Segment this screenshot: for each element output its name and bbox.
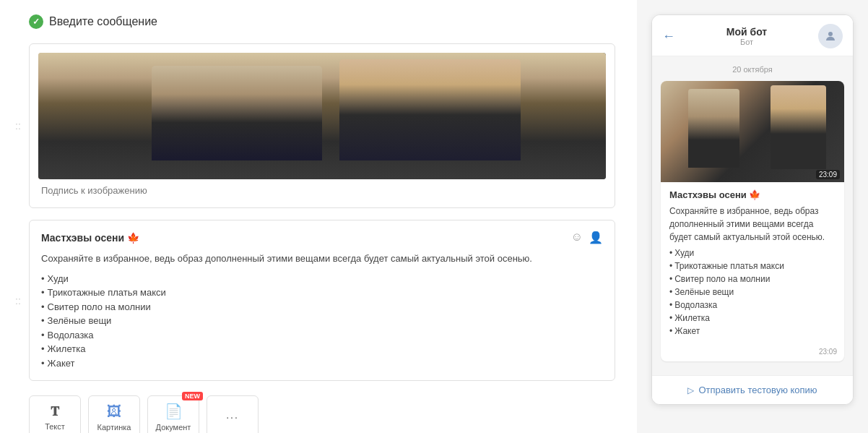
phone-bot-name: Мой бот [681, 26, 812, 38]
phone-mockup: ← Мой бот Бот 20 октября 23:09 [651, 14, 854, 405]
bubble-list-item: Водолазка [669, 299, 836, 312]
bubble-text: Мастхэвы осени 🍁 Сохраняйте в избранное,… [661, 182, 844, 345]
text-block-actions: ☺ 👤 [571, 231, 603, 244]
image-preview [38, 53, 606, 179]
phone-bot-sub: Бот [681, 38, 812, 46]
bubble-footer: 23:09 [661, 345, 844, 361]
text-icon: 𝐓 [51, 404, 59, 419]
content-toolbar: 𝐓 Текст 🖼 Картинка NEW 📄 Документ ··· [29, 395, 615, 433]
text-button-label: Текст [45, 422, 65, 431]
more-icon: ··· [226, 411, 239, 423]
bubble-list-item: Зелёные вещи [669, 286, 836, 299]
add-image-button[interactable]: 🖼 Картинка [88, 395, 140, 433]
text-block-title: Мастхэвы осени 🍁 [41, 232, 139, 244]
list-item: Жилетка [41, 342, 603, 356]
drag-handle-icon[interactable]: :: [15, 120, 21, 132]
list-item: Жакет [41, 356, 603, 371]
text-block: :: Мастхэвы осени 🍁 ☺ 👤 Сохраняйте в изб… [29, 220, 615, 381]
preview-panel: ← Мой бот Бот 20 октября 23:09 [637, 0, 868, 433]
bubble-list-item: Свитер поло на молнии [669, 273, 836, 286]
send-test-copy-button[interactable]: Отправить тестовую копию [661, 385, 844, 395]
svg-point-0 [828, 32, 833, 36]
add-doc-button[interactable]: NEW 📄 Документ [147, 395, 199, 433]
page-title: Введите сообщение [49, 15, 157, 28]
phone-send-copy: Отправить тестовую копию [652, 375, 853, 404]
image-button-label: Картинка [97, 423, 131, 432]
bubble-body: Сохраняйте в избранное, ведь образ допол… [669, 205, 836, 338]
bubble-items-list: Худи Трикотажные платья макси Свитер пол… [669, 246, 836, 338]
more-button[interactable]: ··· [207, 395, 259, 433]
header-row: Введите сообщение [29, 14, 615, 29]
bubble-list-item: Жилетка [669, 312, 836, 325]
text-block-header: Мастхэвы осени 🍁 ☺ 👤 [41, 231, 603, 244]
list-item: Зелёные вещи [41, 314, 603, 328]
doc-icon: 📄 [165, 403, 183, 420]
text-intro: Сохраняйте в избранное, ведь образ допол… [41, 252, 603, 266]
image-caption-input[interactable] [38, 179, 606, 199]
phone-header-info: Мой бот Бот [681, 26, 812, 46]
bubble-timestamp: 23:09 [819, 348, 837, 356]
list-item: Водолазка [41, 328, 603, 343]
emoji-icon[interactable]: ☺ [571, 231, 583, 244]
phone-header: ← Мой бот Бот [652, 15, 853, 56]
person-icon[interactable]: 👤 [589, 231, 603, 244]
drag-handle-icon-2[interactable]: :: [15, 295, 21, 306]
list-item: Свитер поло на молнии [41, 300, 603, 314]
date-divider: 20 октября [661, 65, 844, 74]
add-text-button[interactable]: 𝐓 Текст [29, 395, 81, 433]
image-block: :: [29, 43, 615, 208]
fashion-photo [38, 53, 606, 179]
doc-button-label: Документ [156, 423, 191, 432]
phone-avatar [818, 24, 843, 48]
back-icon[interactable]: ← [662, 29, 675, 44]
text-items-list: Худи Трикотажные платья макси Свитер пол… [41, 272, 603, 371]
list-item: Трикотажные платья макси [41, 286, 603, 300]
new-badge: NEW [182, 392, 203, 400]
image-timestamp: 23:09 [816, 170, 840, 179]
bubble-image: 23:09 [661, 81, 844, 182]
text-block-body: Сохраняйте в избранное, ведь образ допол… [41, 252, 603, 370]
list-item: Худи [41, 272, 603, 286]
bubble-list-item: Трикотажные платья макси [669, 260, 836, 273]
status-check-icon [29, 14, 43, 29]
editor-panel: Введите сообщение :: :: Мастхэвы осени 🍁… [0, 0, 637, 433]
bubble-intro: Сохраняйте в избранное, ведь образ допол… [669, 205, 836, 244]
bubble-list-item: Жакет [669, 325, 836, 338]
image-icon: 🖼 [107, 403, 121, 420]
message-bubble: 23:09 Мастхэвы осени 🍁 Сохраняйте в избр… [661, 81, 844, 361]
phone-body: 20 октября 23:09 Мастхэвы осени 🍁 Сохран… [652, 56, 853, 375]
bubble-title: Мастхэвы осени 🍁 [669, 189, 836, 200]
bubble-list-item: Худи [669, 246, 836, 260]
